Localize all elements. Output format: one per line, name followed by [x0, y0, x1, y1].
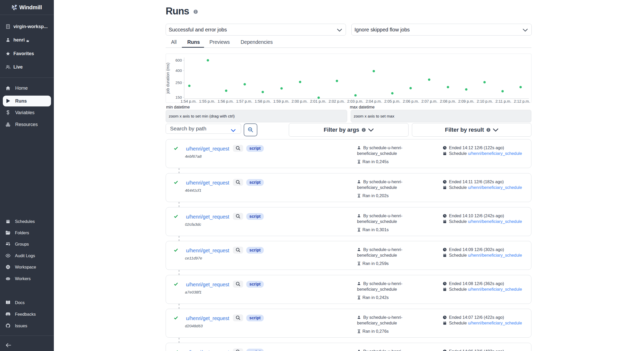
- svg-text:1:56 p.m.: 1:56 p.m.: [218, 99, 234, 103]
- svg-text:2:04 p.m.: 2:04 p.m.: [366, 99, 382, 103]
- svg-text:2:01 p.m.: 2:01 p.m.: [310, 99, 326, 103]
- svg-text:250: 250: [175, 80, 182, 85]
- svg-text:2:07 p.m.: 2:07 p.m.: [421, 99, 438, 103]
- svg-text:1:58 p.m.: 1:58 p.m.: [255, 99, 271, 103]
- svg-text:2:00 p.m.: 2:00 p.m.: [292, 99, 308, 103]
- svg-text:1:54 p.m.: 1:54 p.m.: [181, 99, 197, 103]
- svg-text:1:57 p.m.: 1:57 p.m.: [236, 99, 252, 103]
- svg-text:400: 400: [175, 68, 182, 73]
- svg-text:2:03 p.m.: 2:03 p.m.: [347, 99, 363, 103]
- svg-text:1:59 p.m.: 1:59 p.m.: [273, 99, 290, 103]
- svg-text:2:12 p.m.: 2:12 p.m.: [514, 99, 530, 103]
- svg-text:2:11 p.m.: 2:11 p.m.: [495, 99, 511, 103]
- svg-text:2:08 p.m.: 2:08 p.m.: [440, 99, 456, 103]
- svg-text:1:55 p.m.: 1:55 p.m.: [199, 99, 215, 103]
- svg-text:600: 600: [175, 58, 182, 62]
- svg-text:2:09 p.m.: 2:09 p.m.: [458, 99, 474, 103]
- svg-text:2:10 p.m.: 2:10 p.m.: [477, 99, 493, 103]
- svg-text:2:02 p.m.: 2:02 p.m.: [329, 99, 345, 103]
- svg-text:2:05 p.m.: 2:05 p.m.: [384, 99, 401, 103]
- svg-text:2:06 p.m.: 2:06 p.m.: [403, 99, 419, 103]
